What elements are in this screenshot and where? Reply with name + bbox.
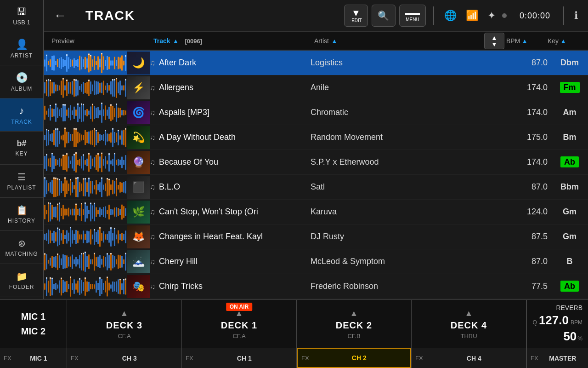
svg-rect-358 (70, 209, 71, 214)
svg-rect-300 (70, 179, 71, 180)
deck2-fx-label[interactable]: FX (301, 355, 309, 362)
sidebar-item-playlist[interactable]: ☰ PLAYLIST (0, 165, 43, 198)
svg-rect-235 (62, 155, 64, 156)
svg-rect-47 (121, 55, 123, 70)
menu-button[interactable]: ▬▬ MENU (399, 5, 426, 27)
search-button[interactable]: 🔍 (372, 5, 396, 27)
sidebar-item-folder[interactable]: 📁 FOLDER (0, 264, 43, 297)
filter-button[interactable]: ▼ -EDIT (344, 5, 368, 27)
svg-rect-15 (68, 57, 69, 69)
svg-rect-65 (62, 78, 64, 79)
table-row[interactable]: 🔮 ♫ Because Of You S.P.Y x Etherwood 174… (44, 150, 588, 175)
waveform (44, 250, 127, 273)
svg-rect-534 (94, 284, 95, 289)
svg-rect-172 (55, 128, 57, 147)
table-row[interactable]: 💫 ♫ A Day Without Death Random Movement … (44, 125, 588, 150)
svg-rect-120 (62, 104, 64, 121)
svg-rect-82 (88, 80, 90, 96)
cell-waveform: 🦊 (44, 224, 150, 249)
music-note-icon: ♫ (150, 109, 155, 117)
svg-rect-404 (59, 229, 60, 230)
sidebar-item-key[interactable]: b# KEY (0, 132, 43, 165)
svg-rect-93 (107, 83, 108, 92)
table-row[interactable]: ⬛ ♫ B.L.O Satl 87.0 Bbm (44, 175, 588, 200)
table-row[interactable]: 🌀 ♫ Aspalls [MP3] Chromatic 174.0 Am (44, 100, 588, 125)
svg-rect-58 (51, 82, 53, 93)
album-art: 🗻 (127, 250, 150, 273)
svg-rect-315 (88, 178, 90, 179)
matching-icon: ⊛ (18, 238, 26, 249)
svg-rect-263 (101, 152, 102, 154)
deck2-section: ▲ DECK 2 CF.B FX CH 2 (297, 300, 412, 368)
svg-rect-163 (125, 110, 126, 115)
svg-rect-78 (81, 84, 82, 92)
mic-fx-label[interactable]: FX (4, 355, 11, 362)
svg-rect-407 (64, 235, 66, 238)
svg-rect-306 (77, 177, 79, 178)
deck3-fx-label[interactable]: FX (71, 355, 79, 362)
sidebar-item-track[interactable]: ♪ TRACK (0, 98, 43, 132)
table-row[interactable]: ⚡ ♫ Allergens Anile 174.0 Fm (44, 75, 588, 100)
deck1-top[interactable]: ON AIR ▲ DECK 1 CF.A (182, 300, 296, 348)
table-row[interactable]: 🎭 ♫ Chirp Tricks Frederic Robinson 77.5 … (44, 274, 588, 299)
svg-rect-31 (94, 56, 95, 69)
table-row[interactable]: 🦊 ♫ Changes in Heart Feat. Kayl DJ Rusty… (44, 224, 588, 249)
playlist-icon: ☰ (17, 172, 26, 183)
mic1-label: MIC 1 (21, 309, 45, 324)
svg-rect-540 (103, 283, 104, 290)
table-row[interactable]: 🌿 ♫ Can't Stop, Won't Stop (Ori Karuva 1… (44, 200, 588, 224)
usb-section: 🖫 USB 1 (0, 0, 44, 32)
svg-rect-290 (57, 178, 58, 179)
deck4-fx-label[interactable]: FX (415, 355, 423, 362)
table-row[interactable]: 🗻 ♫ Cherry Hill McLeod & Symptom 87.0 B (44, 249, 588, 274)
svg-rect-313 (86, 182, 88, 192)
back-button[interactable]: ← (44, 0, 76, 32)
svg-rect-555 (125, 278, 126, 294)
svg-rect-355 (64, 208, 66, 215)
cell-key: Ab (551, 157, 588, 167)
svg-rect-202 (97, 132, 99, 143)
search-icon: 🔍 (378, 11, 389, 20)
cell-track-name: ♫ Allergens (150, 83, 311, 92)
deck4-top[interactable]: ▲ DECK 4 THRU (412, 300, 526, 348)
waveform (44, 151, 127, 174)
svg-rect-112 (50, 104, 51, 106)
sidebar-item-artist[interactable]: 👤 ARTIST (0, 32, 43, 65)
svg-rect-182 (68, 132, 69, 143)
globe-icon[interactable]: 🌐 (441, 7, 459, 24)
album-art: 💫 (127, 126, 150, 149)
scroll-button[interactable]: ▲ ▼ (484, 33, 504, 49)
svg-rect-16 (70, 59, 71, 67)
svg-rect-497 (123, 259, 124, 264)
svg-rect-34 (99, 58, 101, 67)
sidebar-item-album[interactable]: 💿 ALBUM (0, 65, 43, 98)
svg-rect-293 (61, 181, 62, 193)
deck1-fx-label[interactable]: FX (186, 355, 193, 362)
filter-icon: ▼ (351, 8, 361, 17)
sidebar-item-history[interactable]: 📋 HISTORY (0, 198, 43, 231)
svg-rect-195 (88, 131, 90, 143)
waveform-svg (44, 176, 127, 199)
svg-rect-241 (72, 156, 73, 168)
deck2-top[interactable]: ▲ DECK 2 CF.B (297, 300, 411, 348)
table-row[interactable]: 🌙 ♫ After Dark Logistics 87.0 Dbm (44, 51, 588, 75)
info-icon[interactable]: ℹ (571, 7, 581, 24)
track-name: After Dark (159, 58, 196, 68)
reverb-fx-label[interactable]: FX (531, 355, 538, 362)
track-list-area: Preview Track ▲ [0096] Artist ▲ ▲ ▼ BPM … (44, 32, 588, 299)
svg-rect-171 (53, 130, 55, 145)
svg-rect-184 (72, 134, 73, 141)
svg-rect-71 (72, 81, 73, 94)
svg-rect-483 (101, 259, 102, 264)
svg-rect-344 (50, 202, 51, 221)
svg-rect-301 (72, 182, 73, 193)
sidebar-item-matching[interactable]: ⊛ MATCHING (0, 231, 43, 264)
svg-rect-36 (101, 53, 102, 54)
deck3-top[interactable]: ▲ DECK 3 CF.A (67, 300, 181, 348)
svg-rect-373 (90, 202, 91, 204)
svg-rect-101 (116, 78, 117, 79)
svg-rect-475 (88, 254, 90, 269)
svg-rect-96 (112, 79, 113, 97)
reverb-bpm-value: 127.0 (539, 313, 569, 328)
svg-rect-161 (121, 110, 123, 115)
